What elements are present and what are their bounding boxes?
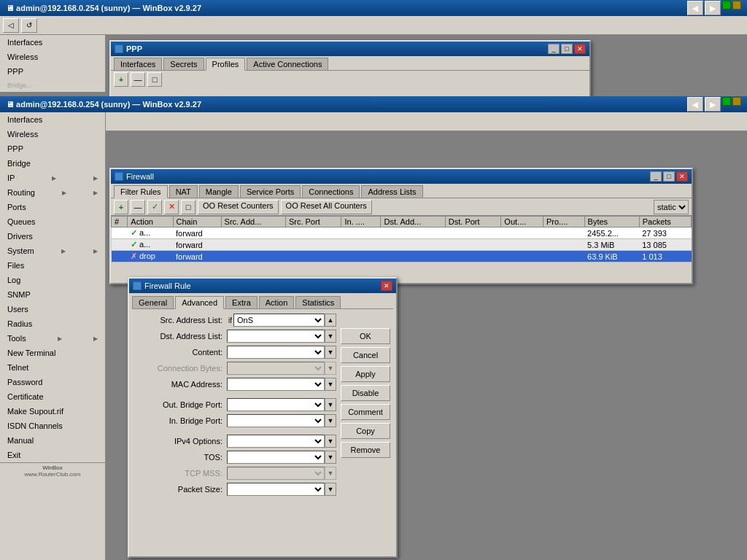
fw-reset-all-counters-btn[interactable]: OO Reset All Counters bbox=[281, 200, 372, 214]
fwr-remove-btn[interactable]: Remove bbox=[341, 442, 390, 458]
sidebar-item-interfaces-top[interactable]: Interfaces bbox=[0, 35, 105, 50]
fwr-apply-btn[interactable]: Apply bbox=[341, 366, 390, 382]
fw-copy-btn[interactable]: □ bbox=[181, 200, 196, 214]
ppp-tab-secrets[interactable]: Secrets bbox=[163, 58, 204, 70]
src-address-list-up-btn[interactable]: ▲ bbox=[325, 314, 336, 327]
sidebar-item-make-supout[interactable]: Make Supout.rif bbox=[0, 404, 105, 419]
dst-address-list-select[interactable] bbox=[227, 330, 325, 343]
sidebar-item-ppp[interactable]: PPP bbox=[0, 141, 105, 156]
sidebar-item-wireless[interactable]: Wireless bbox=[0, 127, 105, 141]
fw-tab-connections[interactable]: Connections bbox=[302, 185, 360, 198]
back-btn-1[interactable]: ◀ bbox=[687, 1, 703, 15]
forward-btn-1[interactable]: ▶ bbox=[705, 1, 721, 15]
fw-tab-nat[interactable]: NAT bbox=[169, 185, 198, 198]
sidebar-item-interfaces[interactable]: Interfaces bbox=[0, 112, 105, 127]
fwr-tab-action[interactable]: Action bbox=[259, 296, 295, 308]
fwr-tab-extra[interactable]: Extra bbox=[225, 296, 258, 308]
sidebar-item-system[interactable]: System ▶ bbox=[0, 244, 105, 258]
sidebar-item-routing[interactable]: Routing ▶ bbox=[0, 185, 105, 200]
fw-tab-mangle[interactable]: Mangle bbox=[199, 185, 239, 198]
ppp-titlebar[interactable]: PPP _ □ ✕ bbox=[111, 42, 589, 56]
sidebar-item-exit[interactable]: Exit bbox=[0, 448, 105, 462]
fwr-titlebar[interactable]: Firewall Rule ✕ bbox=[129, 279, 396, 293]
packet-size-select[interactable] bbox=[227, 483, 325, 496]
sidebar-item-bridge[interactable]: Bridge bbox=[0, 156, 105, 171]
fw-remove-btn[interactable]: — bbox=[131, 200, 145, 214]
table-row[interactable]: ✓ a... forward 2455.2... 27 393 bbox=[112, 228, 692, 239]
ppp-remove-btn[interactable]: — bbox=[131, 72, 145, 87]
ipv4-options-down-btn[interactable]: ▼ bbox=[325, 435, 336, 448]
sidebar-item-ip[interactable]: IP ▶ bbox=[0, 171, 105, 185]
sidebar-item-new-terminal[interactable]: New Terminal bbox=[0, 346, 105, 360]
fw-reset-counters-btn[interactable]: OO Reset Counters bbox=[198, 200, 279, 214]
sidebar-item-snmp[interactable]: SNMP bbox=[0, 287, 105, 302]
fwr-tab-advanced[interactable]: Advanced bbox=[175, 296, 224, 309]
fwr-close-btn[interactable]: ✕ bbox=[381, 281, 392, 291]
mac-address-down-btn[interactable]: ▼ bbox=[325, 378, 336, 391]
fw-tab-service-ports[interactable]: Service Ports bbox=[240, 185, 301, 198]
back-btn-2[interactable]: ◀ bbox=[687, 97, 703, 112]
sidebar-item-log[interactable]: Log bbox=[0, 273, 105, 287]
fwr-tab-statistics[interactable]: Statistics bbox=[295, 296, 341, 308]
out-bridge-port-down-btn[interactable]: ▼ bbox=[325, 398, 336, 411]
sidebar-item-queues[interactable]: Queues bbox=[0, 214, 105, 229]
src-address-list-select[interactable]: OnS bbox=[233, 314, 325, 327]
fw-tab-address-lists[interactable]: Address Lists bbox=[361, 185, 422, 198]
sidebar-item-wireless-top[interactable]: Wireless bbox=[0, 50, 105, 64]
sidebar-item-files[interactable]: Files bbox=[0, 258, 105, 273]
content-select[interactable] bbox=[227, 346, 325, 359]
dst-address-list-up-btn[interactable]: ▼ bbox=[325, 330, 336, 343]
in-bridge-port-down-btn[interactable]: ▼ bbox=[325, 414, 336, 427]
fwr-copy-btn[interactable]: Copy bbox=[341, 423, 390, 439]
back-icon-btn-1[interactable]: ◁ bbox=[3, 18, 19, 33]
sidebar-item-ppp-top[interactable]: PPP bbox=[0, 64, 105, 79]
winbox-titlebar-1[interactable]: 🖥 admin@192.168.0.254 (sunny) — WinBox v… bbox=[0, 0, 747, 16]
sidebar-item-drivers[interactable]: Drivers bbox=[0, 229, 105, 244]
fw-minimize-btn[interactable]: _ bbox=[650, 171, 662, 182]
fw-maximize-btn[interactable]: □ bbox=[663, 171, 675, 182]
ppp-tab-interfaces[interactable]: Interfaces bbox=[114, 58, 162, 70]
in-bridge-port-select[interactable] bbox=[227, 414, 325, 427]
ipv4-options-select[interactable] bbox=[227, 435, 325, 448]
tos-down-btn[interactable]: ▼ bbox=[325, 451, 336, 464]
table-row[interactable]: ✓ a... forward 5.3 MiB 13 085 bbox=[112, 239, 692, 251]
sidebar-item-radius[interactable]: Radius bbox=[0, 316, 105, 331]
sidebar-item-isdn-channels[interactable]: ISDN Channels bbox=[0, 419, 105, 433]
tos-select[interactable] bbox=[227, 451, 325, 464]
sidebar-item-telnet[interactable]: Telnet bbox=[0, 360, 105, 375]
fw-close-btn[interactable]: ✕ bbox=[676, 171, 688, 182]
forward-btn-2[interactable]: ▶ bbox=[705, 97, 721, 112]
out-bridge-port-select[interactable] bbox=[227, 398, 325, 411]
content-down-btn[interactable]: ▼ bbox=[325, 346, 336, 359]
table-row[interactable]: ✗ drop forward 63.9 KiB 1 013 bbox=[112, 251, 692, 262]
ppp-maximize-btn[interactable]: □ bbox=[561, 44, 573, 54]
ppp-tab-profiles[interactable]: Profiles bbox=[206, 58, 246, 71]
sidebar-item-ports[interactable]: Ports bbox=[0, 200, 105, 214]
refresh-icon-btn-1[interactable]: ↺ bbox=[21, 18, 37, 33]
fw-enable-btn[interactable]: ✓ bbox=[147, 200, 162, 214]
ppp-minimize-btn[interactable]: _ bbox=[548, 44, 560, 54]
ppp-tab-active-connections[interactable]: Active Connections bbox=[247, 58, 328, 70]
winbox-titlebar-2[interactable]: 🖥 admin@192.168.0.254 (sunny) — WinBox v… bbox=[0, 96, 747, 112]
packet-size-down-btn[interactable]: ▼ bbox=[325, 483, 336, 496]
mac-address-select[interactable] bbox=[227, 378, 325, 391]
fwr-comment-btn[interactable]: Comment bbox=[341, 404, 390, 420]
ppp-edit-btn[interactable]: □ bbox=[147, 72, 162, 87]
fwr-cancel-btn[interactable]: Cancel bbox=[341, 347, 390, 363]
sidebar-item-users[interactable]: Users bbox=[0, 302, 105, 316]
fw-tab-filter-rules[interactable]: Filter Rules bbox=[114, 185, 168, 198]
fw-titlebar[interactable]: Firewall _ □ ✕ bbox=[111, 169, 692, 184]
sidebar-item-tools[interactable]: Tools ▶ bbox=[0, 331, 105, 346]
sidebar-item-password[interactable]: Password bbox=[0, 375, 105, 389]
sidebar-item-bridge-top[interactable]: Bridge... bbox=[0, 79, 105, 92]
sidebar-item-certificate[interactable]: Certificate bbox=[0, 389, 105, 404]
fwr-tab-general[interactable]: General bbox=[132, 296, 174, 308]
fw-filter-select[interactable]: static bbox=[654, 200, 689, 214]
fwr-disable-btn[interactable]: Disable bbox=[341, 385, 390, 401]
sidebar-item-manual[interactable]: Manual bbox=[0, 433, 105, 448]
ppp-close-btn[interactable]: ✕ bbox=[574, 44, 586, 54]
fwr-ok-btn[interactable]: OK bbox=[341, 328, 390, 344]
fw-add-btn[interactable]: + bbox=[114, 200, 128, 214]
ppp-add-btn[interactable]: + bbox=[114, 72, 128, 87]
fw-disable-btn[interactable]: ✕ bbox=[164, 200, 179, 214]
